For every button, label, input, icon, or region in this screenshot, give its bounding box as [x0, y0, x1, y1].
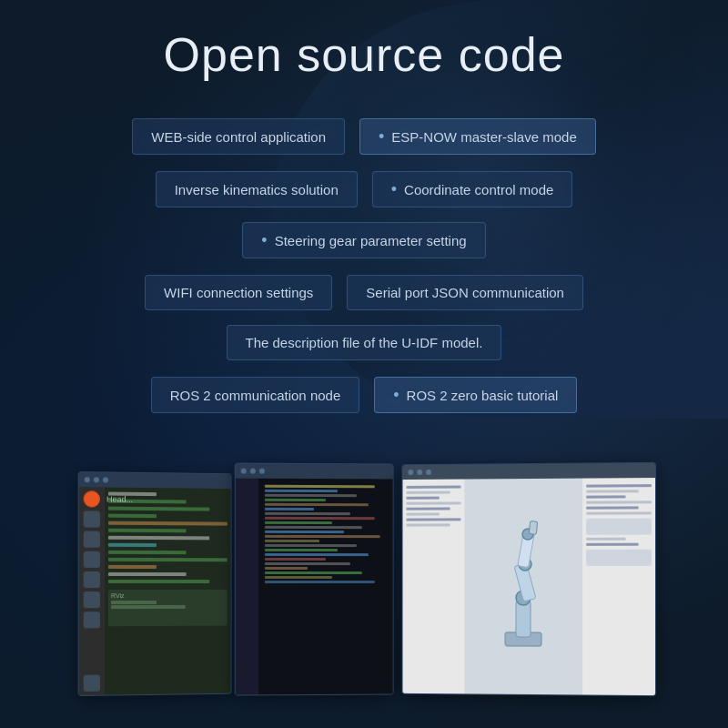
code-line [264, 531, 343, 533]
panel-line [406, 501, 460, 504]
code-line [264, 512, 349, 515]
titlebar-1 [78, 472, 230, 489]
code-line [264, 549, 337, 551]
tag-steering-bullet: • [261, 232, 267, 248]
tag-row-3: WIFI connection settings Serial port JSO… [36, 275, 692, 360]
robot-arm-svg [464, 513, 582, 660]
screen3-bg [402, 478, 654, 695]
code-line [264, 562, 349, 565]
code-line [264, 494, 355, 497]
screen2-main [258, 479, 392, 695]
code-line [264, 558, 325, 561]
tag-uidf-model: The description file of the U-IDF model. [227, 325, 502, 360]
titlebar-dot-1 [84, 477, 89, 482]
features-tags-area: WEB-side control application • ESP-NOW m… [36, 118, 692, 413]
tag-coordinate-bullet: • [391, 181, 397, 197]
titlebar-dot-4 [240, 469, 246, 474]
page-title: Open source code [164, 27, 565, 82]
tag-wifi-settings-label: WIFI connection settings [164, 285, 313, 300]
tag-row-2: Inverse kinematics solution • Coordinate… [36, 171, 692, 258]
code-line [107, 536, 208, 541]
code-line [264, 521, 331, 524]
rviz-window: RViz [107, 590, 227, 626]
svg-rect-7 [529, 521, 537, 534]
screen1-heading: Head... [106, 495, 132, 504]
titlebar-dot-2 [93, 477, 98, 482]
screen1-main: Head... [104, 487, 230, 694]
titlebar-3 [402, 463, 654, 480]
screenshot-content-1: Head... [78, 487, 230, 695]
tag-wifi-settings: WIFI connection settings [145, 275, 332, 310]
screen1-sidebar [78, 487, 104, 695]
titlebar-dot-5 [249, 469, 255, 474]
panel-line [406, 518, 460, 521]
tag-esp-now: • ESP-NOW master-slave mode [359, 118, 596, 155]
screen3-panel-left [402, 480, 464, 694]
sidebar-icon-8 [83, 675, 99, 692]
code-line [264, 508, 313, 511]
panel-line [406, 512, 439, 515]
code-line [264, 571, 361, 574]
tag-serial-json: Serial port JSON communication [347, 275, 583, 310]
code-line [107, 514, 156, 518]
titlebar-dot-9 [426, 470, 431, 475]
tag-inverse-kinematics-label: Inverse kinematics solution [175, 182, 339, 197]
code-line [107, 551, 185, 554]
code-line [264, 581, 373, 583]
sidebar-icon-6 [83, 592, 99, 608]
panel-line [586, 543, 638, 546]
sidebar-icon-5 [83, 571, 99, 588]
code-line [264, 553, 368, 556]
panel-line [406, 497, 439, 500]
sidebar-icon-1 [83, 490, 99, 507]
tag-ros2-tutorial: • ROS 2 zero basic tutorial [374, 377, 577, 413]
svg-rect-1 [516, 600, 531, 636]
rviz-label: RViz [110, 592, 224, 599]
panel-line [586, 500, 652, 503]
tag-esp-now-bullet: • [379, 128, 384, 145]
titlebar-dot-3 [102, 477, 107, 482]
code-line [264, 540, 318, 542]
tag-row-1: WEB-side control application • ESP-NOW m… [36, 118, 692, 155]
screenshot-terminal [234, 463, 393, 696]
code-line [264, 576, 331, 579]
tag-ros2-tutorial-label: ROS 2 zero basic tutorial [407, 388, 559, 403]
panel-line [406, 523, 450, 526]
panel-line [586, 490, 638, 492]
panel-button[interactable] [586, 518, 652, 534]
code-line [264, 567, 307, 570]
panel-line [586, 495, 625, 498]
code-line [264, 535, 379, 538]
screenshot-content-2 [235, 479, 392, 695]
code-line [264, 517, 373, 520]
code-line [110, 601, 156, 604]
code-line [107, 507, 208, 511]
tag-ros2-node-label: ROS 2 communication node [170, 388, 341, 403]
tag-inverse-kinematics: Inverse kinematics solution [156, 171, 358, 207]
panel-line [586, 538, 625, 541]
screenshot-ubuntu-ros: Head... [77, 471, 231, 696]
screen1-bg: Head... [78, 487, 230, 695]
code-line [107, 543, 156, 547]
screenshot-3d-viewer [401, 462, 655, 696]
code-line [107, 565, 156, 569]
code-line [264, 526, 361, 529]
tag-web-control: WEB-side control application [132, 118, 345, 155]
tag-web-control-label: WEB-side control application [151, 129, 326, 145]
panel-line [406, 486, 460, 489]
panel-button-2[interactable] [586, 550, 652, 566]
panel-line [406, 491, 450, 494]
tag-esp-now-label: ESP-NOW master-slave mode [391, 129, 576, 145]
tag-ros2-tutorial-bullet: • [393, 387, 399, 403]
code-line [264, 485, 373, 489]
code-line [107, 558, 227, 561]
tag-row-4: ROS 2 communication node • ROS 2 zero ba… [36, 377, 692, 413]
sidebar-icon-4 [83, 551, 99, 568]
code-line [107, 529, 185, 533]
page-content: Open source code WEB-side control applic… [0, 0, 728, 728]
panel-line [586, 511, 652, 514]
panel-line [586, 506, 638, 509]
tag-uidf-model-label: The description file of the U-IDF model. [246, 335, 483, 350]
panel-line [586, 484, 652, 487]
screenshots-area: Head... [36, 450, 692, 695]
